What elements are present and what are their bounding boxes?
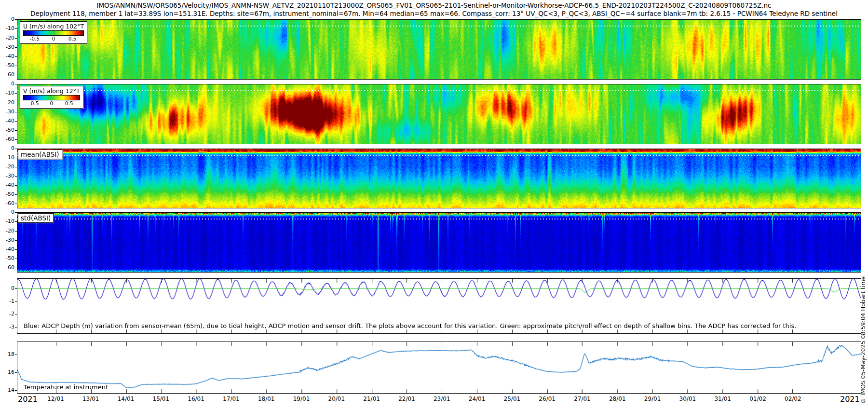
y-tick-mark	[15, 240, 17, 241]
y-tick-mark	[15, 355, 17, 355]
y-tick-mark	[15, 327, 17, 328]
y-tick-label: -60	[1, 72, 14, 78]
u-cb-tick-neg: -0.5	[30, 36, 40, 41]
y-tick-label: -60	[1, 201, 14, 206]
v-colorbar-ticks: -0.5 0 0.5	[23, 100, 80, 107]
y-tick-mark	[15, 231, 17, 232]
mean-absi-heatmap	[17, 149, 861, 208]
date-tick-label: 24/01	[469, 396, 486, 402]
y-tick-mark	[15, 212, 17, 213]
y-tick-mark	[15, 288, 17, 289]
y-tick-mark	[15, 149, 17, 149]
date-tick-label: 28/01	[609, 396, 626, 402]
y-tick-mark	[15, 130, 17, 131]
v-colorbar-gradient	[23, 95, 80, 100]
y-tick-mark	[15, 158, 17, 158]
u-cb-tick-pos: 0.5	[68, 36, 77, 41]
date-tick-label: 13/01	[82, 396, 99, 402]
date-tick-label: 19/01	[293, 396, 310, 402]
date-tick-label: 25/01	[504, 396, 521, 402]
v-colorbar-legend: V (m/s) along 12°T -0.5 0 0.5	[20, 86, 83, 109]
y-tick-mark	[15, 314, 17, 314]
v-velocity-heatmap-panel: V (m/s) along 12°T -0.5 0 0.5	[17, 84, 861, 144]
y-tick-mark	[15, 103, 17, 103]
y-tick-label: 0	[1, 286, 14, 291]
y-tick-mark	[15, 259, 17, 259]
u-colorbar-gradient	[23, 30, 84, 36]
y-tick-mark	[15, 38, 17, 39]
std-absi-heatmap-panel: std(ABSI)	[17, 212, 861, 273]
y-tick-mark	[15, 185, 17, 186]
adcp-figure: IMOS/ANMN/NSW/ORS065/Velocity/IMOS_ANMN-…	[0, 0, 868, 410]
y-tick-mark	[15, 19, 17, 20]
std-absi-label: std(ABSI)	[18, 213, 54, 223]
y-tick-mark	[15, 28, 17, 29]
date-tick-label: 18/01	[258, 396, 275, 402]
date-tick-label: 27/01	[574, 396, 591, 402]
y-tick-mark	[15, 121, 17, 122]
date-tick-label: 31/01	[714, 396, 731, 402]
y-tick-label: -30	[1, 44, 14, 50]
y-tick-mark	[15, 93, 17, 94]
date-tick-label: 22/01	[398, 396, 415, 402]
y-tick-label: 18	[1, 352, 14, 357]
y-tick-label: -30	[1, 173, 14, 179]
y-tick-label: -20	[1, 164, 14, 170]
y-tick-mark	[15, 47, 17, 48]
y-tick-label: -10	[1, 26, 14, 31]
v-cb-tick-zero: 0	[50, 100, 53, 106]
y-tick-mark	[15, 84, 17, 84]
y-tick-label: 0	[1, 146, 14, 151]
year-label-left: 2021	[18, 395, 38, 404]
y-tick-mark	[15, 176, 17, 177]
temperature-panel: Temperature at instrument	[17, 342, 861, 394]
u-velocity-heatmap-panel: U (m/s) along 102°T -0.5 0 0.5	[17, 19, 861, 80]
date-tick-label: 17/01	[223, 396, 240, 402]
date-tick-label: 12/01	[47, 396, 64, 402]
y-tick-label: 14	[1, 387, 14, 393]
u-cb-tick-zero: 0	[52, 36, 55, 41]
date-tick-label: 20/01	[328, 396, 345, 402]
date-tick-label: 14/01	[118, 396, 135, 402]
depth-panel-note: Blue: ADCP Depth (m) variation from sens…	[24, 322, 796, 329]
figure-subtitle-deployment: Deployment 118, member 1 lat=33.89S lon=…	[0, 10, 868, 17]
y-tick-mark	[15, 56, 17, 57]
y-tick-label: -30	[1, 109, 14, 115]
y-tick-mark	[15, 66, 17, 66]
depth-variation-panel: Blue: ADCP Depth (m) variation from sens…	[17, 278, 861, 334]
y-tick-mark	[15, 268, 17, 268]
u-colorbar-legend: U (m/s) along 102°T -0.5 0 0.5	[20, 21, 87, 44]
temperature-label: Temperature at instrument	[24, 383, 108, 391]
u-colorbar-ticks: -0.5 0 0.5	[23, 36, 84, 42]
v-velocity-heatmap	[17, 84, 861, 144]
u-legend-title: U (m/s) along 102°T	[23, 23, 84, 30]
y-tick-label: -2	[1, 311, 14, 317]
year-label-right: 2021	[840, 395, 860, 404]
date-tick-label: 02/02	[785, 396, 801, 402]
y-tick-label: -1	[1, 299, 14, 304]
y-tick-mark	[15, 75, 17, 75]
y-tick-mark	[15, 204, 17, 204]
y-tick-label: 16	[1, 369, 14, 375]
date-tick-label: 23/01	[434, 396, 450, 402]
y-tick-label: 0	[1, 81, 14, 87]
figure-title-filename: IMOS/ANMN/NSW/ORS065/Velocity/IMOS_ANMN-…	[0, 1, 868, 9]
v-legend-title: V (m/s) along 12°T	[23, 87, 80, 95]
y-tick-label: -3	[1, 324, 14, 330]
mean-absi-label: mean(ABSI)	[18, 150, 62, 159]
y-tick-label: 0	[1, 16, 14, 22]
y-tick-label: -30	[1, 237, 14, 243]
y-tick-label: -40	[1, 182, 14, 188]
temperature-line	[17, 342, 861, 393]
u-velocity-heatmap	[17, 20, 861, 79]
date-axis: 12/0113/0114/0115/0116/0117/0118/0119/01…	[0, 396, 868, 405]
y-tick-label: -50	[1, 127, 14, 133]
y-tick-label: -40	[1, 246, 14, 252]
y-tick-label: -40	[1, 54, 14, 59]
y-tick-label: -50	[1, 191, 14, 197]
y-tick-label: -60	[1, 137, 14, 142]
v-cb-tick-neg: -0.5	[29, 100, 39, 106]
y-tick-mark	[15, 249, 17, 250]
y-tick-mark	[15, 390, 17, 391]
std-absi-heatmap	[17, 213, 861, 272]
